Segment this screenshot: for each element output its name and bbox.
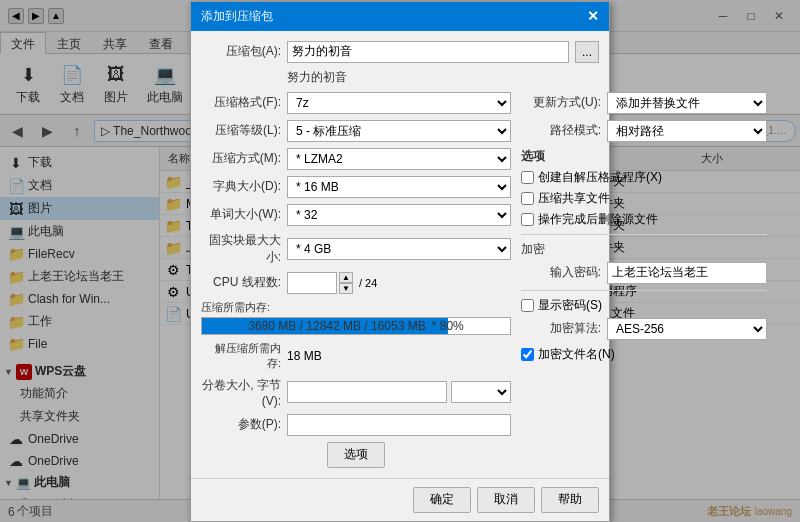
- path-mode-row: 路径模式: 相对路径: [521, 120, 767, 142]
- word-size-select[interactable]: * 32: [287, 204, 511, 226]
- show-password-label: 显示密码(S): [538, 297, 602, 314]
- level-row: 压缩等级(L): 5 - 标准压缩: [201, 120, 511, 142]
- split-size-input[interactable]: [287, 381, 447, 403]
- delete-after-label: 操作完成后删除源文件: [538, 211, 658, 228]
- password-section-title: 加密: [521, 241, 767, 258]
- compress-to-row: 压缩包(A): ...: [201, 41, 599, 63]
- dict-size-row: 字典大小(D): * 16 MB: [201, 176, 511, 198]
- decompress-value: 18 MB: [287, 349, 322, 363]
- encrypt-names-checkbox[interactable]: [521, 348, 534, 361]
- memory-text: 3680 MB / 12842 MB / 16053 MB * 80%: [202, 318, 510, 334]
- algorithm-label: 加密算法:: [521, 320, 601, 337]
- browse-button[interactable]: ...: [575, 41, 599, 63]
- cpu-spin-up[interactable]: ▲: [339, 272, 353, 283]
- cpu-spin-btns: ▲ ▼: [339, 272, 353, 294]
- format-label: 压缩格式(F):: [201, 94, 281, 111]
- split-size-label: 分卷大小, 字节(V):: [201, 377, 281, 408]
- cpu-label: CPU 线程数:: [201, 274, 281, 291]
- cpu-threads-row: CPU 线程数: 24 ▲ ▼ / 24: [201, 272, 511, 294]
- level-select[interactable]: 5 - 标准压缩: [287, 120, 511, 142]
- level-label: 压缩等级(L):: [201, 122, 281, 139]
- options-btn-container: 选项: [201, 442, 511, 468]
- option2-row: 压缩共享文件: [521, 190, 767, 207]
- method-select[interactable]: * LZMA2: [287, 148, 511, 170]
- update-mode-select[interactable]: 添加并替换文件: [607, 92, 767, 114]
- cancel-button[interactable]: 取消: [477, 487, 535, 513]
- path-mode-label: 路径模式:: [521, 122, 601, 139]
- selfextract-checkbox[interactable]: [521, 171, 534, 184]
- option3-row: 操作完成后删除源文件: [521, 211, 767, 228]
- params-row: 参数(P):: [201, 414, 511, 436]
- options-button[interactable]: 选项: [327, 442, 385, 468]
- word-size-row: 单词大小(W): * 32: [201, 204, 511, 226]
- method-label: 压缩方式(M):: [201, 150, 281, 167]
- update-mode-label: 更新方式(U):: [521, 94, 601, 111]
- algorithm-row: 加密算法: AES-256: [521, 318, 767, 340]
- split-size-unit[interactable]: [451, 381, 511, 403]
- modal-right-col: 更新方式(U): 添加并替换文件 路径模式: 相对路径 选项: [521, 92, 767, 468]
- params-input[interactable]: [287, 414, 511, 436]
- modal-title-bar: 添加到压缩包 ✕: [191, 2, 609, 31]
- dict-size-label: 字典大小(D):: [201, 178, 281, 195]
- memory-label-row: 压缩所需内存:: [201, 300, 511, 315]
- algorithm-select[interactable]: AES-256: [607, 318, 767, 340]
- cpu-spinbox: 24 ▲ ▼ / 24: [287, 272, 377, 294]
- decompress-label: 解压缩所需内存:: [201, 341, 281, 371]
- modal-overlay: 添加到压缩包 ✕ 压缩包(A): ... 努力的初音 压缩格式(F): 7: [0, 0, 800, 522]
- compress-to-label: 压缩包(A):: [201, 43, 281, 60]
- dict-size-select[interactable]: * 16 MB: [287, 176, 511, 198]
- modal-divider: [521, 234, 767, 235]
- modal-close-button[interactable]: ✕: [587, 8, 599, 24]
- cpu-input[interactable]: 24: [287, 272, 337, 294]
- update-mode-row: 更新方式(U): 添加并替换文件: [521, 92, 767, 114]
- decompress-row: 解压缩所需内存: 18 MB: [201, 341, 511, 371]
- modal-body: 压缩包(A): ... 努力的初音 压缩格式(F): 7z: [191, 31, 609, 478]
- delete-after-checkbox[interactable]: [521, 213, 534, 226]
- password-input-row: 输入密码:: [521, 262, 767, 284]
- params-label: 参数(P):: [201, 416, 281, 433]
- modal-title: 添加到压缩包: [201, 8, 273, 25]
- encrypt-names-row: 加密文件名(N): [521, 346, 767, 363]
- cpu-max-label: / 24: [359, 277, 377, 289]
- password-input-label: 输入密码:: [521, 264, 601, 281]
- selfextract-label: 创建自解压格式程序(X): [538, 169, 662, 186]
- compress-shared-label: 压缩共享文件: [538, 190, 610, 207]
- show-password-checkbox[interactable]: [521, 299, 534, 312]
- options-section-title: 选项: [521, 148, 767, 165]
- path-mode-select[interactable]: 相对路径: [607, 120, 767, 142]
- compress-to-input[interactable]: [287, 41, 569, 63]
- split-size-input-group: [287, 381, 511, 403]
- word-size-label: 单词大小(W):: [201, 206, 281, 223]
- compress-to-value-display: 努力的初音: [287, 69, 599, 86]
- modal-left-col: 压缩格式(F): 7z 压缩等级(L): 5 - 标准压缩: [201, 92, 511, 468]
- block-size-label: 固实块最大大小:: [201, 232, 281, 266]
- option1-row: 创建自解压格式程序(X): [521, 169, 767, 186]
- password-input[interactable]: [607, 262, 767, 284]
- modal-two-columns: 压缩格式(F): 7z 压缩等级(L): 5 - 标准压缩: [201, 92, 599, 468]
- compress-shared-checkbox[interactable]: [521, 192, 534, 205]
- encrypt-names-label: 加密文件名(N): [538, 346, 615, 363]
- block-size-row: 固实块最大大小: * 4 GB: [201, 232, 511, 266]
- help-button[interactable]: 帮助: [541, 487, 599, 513]
- split-size-row: 分卷大小, 字节(V):: [201, 377, 511, 408]
- confirm-button[interactable]: 确定: [413, 487, 471, 513]
- modal-divider2: [521, 290, 767, 291]
- compress-memory-bar: 3680 MB / 12842 MB / 16053 MB * 80%: [201, 317, 511, 335]
- cpu-spin-down[interactable]: ▼: [339, 283, 353, 294]
- method-row: 压缩方式(M): * LZMA2: [201, 148, 511, 170]
- format-select[interactable]: 7z: [287, 92, 511, 114]
- format-row: 压缩格式(F): 7z: [201, 92, 511, 114]
- show-pwd-row: 显示密码(S): [521, 297, 767, 314]
- block-size-select[interactable]: * 4 GB: [287, 238, 511, 260]
- memory-label: 压缩所需内存:: [201, 301, 270, 313]
- add-to-archive-dialog: 添加到压缩包 ✕ 压缩包(A): ... 努力的初音 压缩格式(F): 7: [190, 1, 610, 522]
- modal-footer: 确定 取消 帮助: [191, 478, 609, 521]
